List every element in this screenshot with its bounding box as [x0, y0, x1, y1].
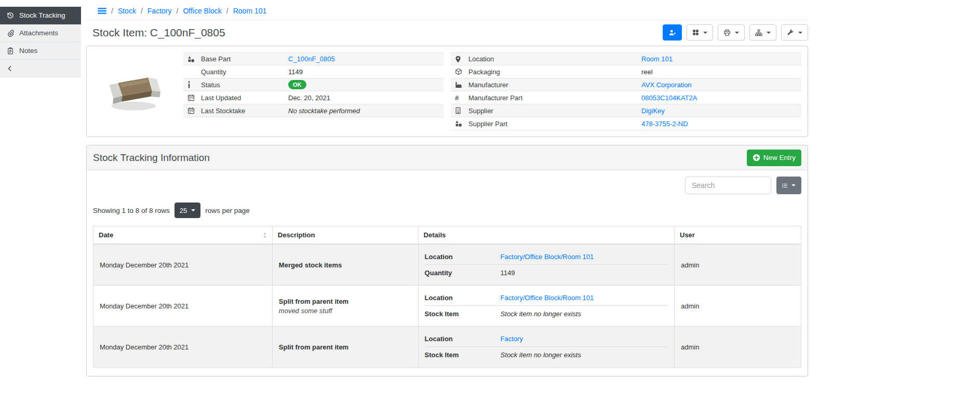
- user-cell: admin: [675, 244, 801, 286]
- new-entry-button[interactable]: New Entry: [747, 150, 801, 166]
- shapes-icon: [455, 120, 462, 127]
- divider: [86, 20, 808, 20]
- user-actions-button[interactable]: [663, 24, 682, 41]
- info-row-status: Status OK: [183, 78, 444, 91]
- detail-label: Stock Item: [425, 310, 501, 318]
- chevron-down-icon: [735, 32, 739, 34]
- description-cell: Merged stock items: [272, 244, 418, 286]
- info-label: Packaging: [468, 68, 641, 76]
- info-label: Base Part: [201, 55, 288, 63]
- main-content: / Stock / Factory / Office Block / Room …: [86, 0, 808, 376]
- page-size-dropdown[interactable]: 25: [174, 203, 200, 218]
- info-label: Manufacturer: [468, 81, 641, 89]
- grid-dropdown-button[interactable]: [687, 24, 713, 41]
- breadcrumb-link-factory[interactable]: Factory: [147, 7, 172, 15]
- part-image[interactable]: [93, 52, 176, 130]
- info-label: Last Stocktake: [201, 107, 288, 115]
- menu-icon[interactable]: [98, 7, 106, 15]
- description-cell: Split from parent item moved some stuff: [272, 286, 418, 327]
- info-row-supplier: Supplier DigiKey: [451, 104, 801, 117]
- table-row: Monday December 20th 2021 Merged stock i…: [93, 244, 801, 286]
- industry-icon: [455, 82, 462, 88]
- tracking-table: Date ▲▼ Description Details User Monday …: [93, 226, 801, 368]
- plus-circle-icon: [753, 154, 760, 161]
- detail-label: Location: [425, 294, 501, 302]
- info-label: Status: [201, 81, 288, 89]
- detail-value: 1149: [501, 269, 515, 277]
- user-icon: [668, 29, 676, 36]
- detail-location-link[interactable]: Factory: [501, 335, 523, 343]
- title-row: Stock Item: C_100nF_0805: [86, 24, 808, 41]
- item-info-right-table: Location Room 101 Packaging reel Manufac…: [451, 52, 801, 130]
- print-dropdown-button[interactable]: [718, 24, 745, 41]
- user-cell: admin: [675, 286, 801, 327]
- sitemap-icon: [755, 29, 762, 36]
- hash-icon: #: [455, 94, 459, 102]
- breadcrumb-link-office-block[interactable]: Office Block: [183, 7, 221, 15]
- chevron-left-icon: [7, 65, 13, 72]
- detail-value: Stock item no longer exists: [501, 351, 581, 359]
- sidebar-item-attachments[interactable]: Attachments: [0, 24, 81, 42]
- breadcrumb-separator: /: [226, 7, 229, 15]
- info-row-manufacturer: Manufacturer AVX Corporation: [451, 78, 801, 91]
- info-row-supplier-part: Supplier Part 478-3755-2-ND: [451, 117, 801, 130]
- breadcrumb-link-stock[interactable]: Stock: [118, 7, 136, 15]
- list-icon: [782, 182, 787, 189]
- chevron-down-icon: [791, 184, 796, 186]
- chevron-down-icon: [191, 209, 195, 211]
- sitemap-dropdown-button[interactable]: [749, 24, 776, 41]
- info-row-packaging: Packaging reel: [451, 65, 801, 78]
- detail-row: Stock Item Stock item no longer exists: [425, 347, 668, 363]
- calendar-icon: [187, 107, 195, 114]
- column-label: Date: [99, 231, 113, 239]
- sort-icon[interactable]: ▲▼: [263, 232, 267, 239]
- item-info-right: Location Room 101 Packaging reel Manufac…: [451, 52, 801, 130]
- item-info-panel: Base Part C_100nF_0805 Quantity 1149 Sta…: [86, 46, 808, 137]
- map-marker-icon: [455, 56, 461, 63]
- detail-row: Location Factory/Office Block/Room 101: [425, 290, 668, 306]
- detail-row: Stock Item Stock item no longer exists: [425, 306, 668, 322]
- base-part-link[interactable]: C_100nF_0805: [288, 55, 335, 63]
- info-row-last-updated: Last Updated Dec. 20, 2021: [183, 91, 444, 104]
- breadcrumb-link-room-101[interactable]: Room 101: [233, 7, 267, 15]
- supplier-link[interactable]: DigiKey: [641, 107, 665, 115]
- search-input[interactable]: [685, 177, 771, 194]
- info-icon: [187, 81, 191, 88]
- breadcrumb-separator: /: [111, 7, 113, 15]
- info-label: Supplier: [468, 107, 641, 115]
- detail-label: Location: [425, 253, 501, 261]
- column-header-details: Details: [418, 226, 674, 245]
- detail-location-link[interactable]: Factory/Office Block/Room 101: [501, 253, 594, 261]
- paperclip-icon: [7, 30, 14, 37]
- date-cell: Monday December 20th 2021: [93, 327, 273, 368]
- location-link[interactable]: Room 101: [641, 55, 673, 63]
- sidebar-collapse-button[interactable]: [0, 60, 81, 77]
- columns-dropdown-button[interactable]: [776, 177, 801, 194]
- wrench-icon: [787, 29, 794, 36]
- column-label: Details: [424, 231, 446, 239]
- shapes-icon: [187, 56, 195, 63]
- chevron-down-icon: [798, 32, 802, 34]
- info-row-manufacturer-part: # Manufacturer Part 08053C104KAT2A: [451, 91, 801, 104]
- column-label: User: [680, 231, 695, 239]
- column-header-description: Description: [272, 226, 418, 245]
- showing-text: Showing 1 to 8 of 8 rows: [93, 207, 170, 214]
- sidebar-item-stock-tracking[interactable]: Stock Tracking: [0, 7, 81, 24]
- last-stocktake-value: No stocktake performed: [288, 107, 439, 115]
- stock-tracking-panel: Stock Tracking Information New Entry Sho…: [86, 145, 808, 376]
- info-label: Last Updated: [201, 94, 288, 102]
- calendar-icon: [187, 94, 195, 101]
- detail-row: Location Factory/Office Block/Room 101: [425, 249, 668, 265]
- manufacturer-link[interactable]: AVX Corporation: [641, 81, 692, 89]
- supplier-part-link[interactable]: 478-3755-2-ND: [641, 120, 688, 128]
- new-entry-label: New Entry: [763, 154, 796, 161]
- table-row: Monday December 20th 2021 Split from par…: [93, 286, 801, 327]
- detail-row: Quantity 1149: [425, 265, 668, 281]
- sidebar-item-label: Stock Tracking: [19, 11, 65, 19]
- sidebar-item-notes[interactable]: Notes: [0, 42, 81, 60]
- column-header-date[interactable]: Date ▲▼: [93, 226, 273, 245]
- tools-dropdown-button[interactable]: [781, 24, 808, 41]
- detail-location-link[interactable]: Factory/Office Block/Room 101: [501, 294, 594, 302]
- capacitor-image: [101, 66, 168, 115]
- manufacturer-part-link[interactable]: 08053C104KAT2A: [641, 94, 697, 102]
